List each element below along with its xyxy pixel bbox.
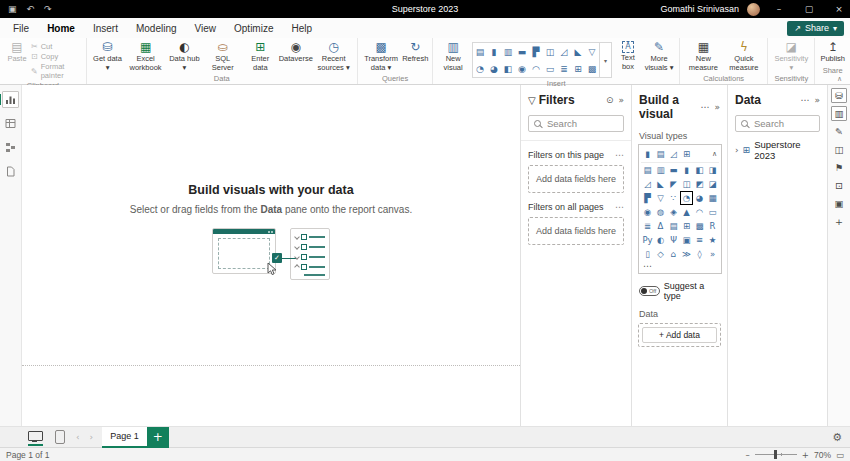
area-type[interactable]: ◣ bbox=[654, 177, 667, 191]
report-canvas[interactable]: Build visuals with your data Select or d… bbox=[22, 85, 520, 426]
slicer-type[interactable]: ▤ bbox=[667, 219, 680, 233]
transform-data-button[interactable]: ▩Transform data ▾ bbox=[361, 40, 401, 73]
scatter-type[interactable]: ∵ bbox=[667, 191, 680, 205]
qa-type[interactable]: ▣ bbox=[680, 233, 693, 247]
add-data-button[interactable]: + Add data bbox=[642, 327, 717, 343]
zoom-slider[interactable] bbox=[755, 454, 797, 455]
clustered-column-type[interactable]: ▮ bbox=[641, 147, 654, 161]
pie-type[interactable]: ◔ bbox=[680, 191, 693, 205]
add-pane-button[interactable]: + bbox=[831, 214, 847, 229]
line-stacked-column-type[interactable]: ◫ bbox=[680, 177, 693, 191]
format-pane-switch[interactable]: ✎ bbox=[831, 124, 847, 139]
line-type[interactable]: ◿ bbox=[667, 147, 680, 161]
table-type[interactable]: ⊞ bbox=[680, 219, 693, 233]
more-options-icon[interactable]: ⋯ bbox=[800, 95, 809, 105]
gauge-type[interactable]: ◠ bbox=[693, 205, 706, 219]
new-visual-button[interactable]: ▥ New visual bbox=[436, 40, 470, 73]
more-options-icon[interactable]: ⋯ bbox=[615, 202, 624, 212]
funnel-visual[interactable]: ▽ bbox=[585, 43, 599, 60]
shape-map-type[interactable]: ◈ bbox=[667, 205, 680, 219]
menu-optimize[interactable]: Optimize bbox=[225, 18, 282, 38]
menu-home[interactable]: Home bbox=[38, 18, 84, 38]
data-pane-switch[interactable]: ⛁ bbox=[831, 88, 847, 103]
table-view-button[interactable] bbox=[2, 115, 19, 132]
more-visual-types-icon[interactable]: ⋯ bbox=[641, 261, 719, 272]
collapse-grid-icon[interactable]: ∧ bbox=[712, 150, 719, 158]
text-box-button[interactable]: AText box bbox=[614, 40, 642, 72]
treemap-visual[interactable]: ◧ bbox=[501, 60, 515, 77]
decomposition-tree-type[interactable]: Ψ bbox=[667, 233, 680, 247]
map-type[interactable]: ◉ bbox=[641, 205, 654, 219]
waterfall-type[interactable]: ▛ bbox=[641, 191, 654, 205]
donut-visual[interactable]: ◕ bbox=[487, 60, 501, 77]
avatar[interactable] bbox=[747, 3, 760, 16]
menu-modeling[interactable]: Modeling bbox=[127, 18, 186, 38]
filters-search-input[interactable] bbox=[528, 115, 624, 132]
table-type[interactable]: ⊞ bbox=[680, 147, 693, 161]
cut-button[interactable]: ✂Cut bbox=[31, 42, 83, 51]
collapse-build-pane-icon[interactable]: » bbox=[714, 102, 720, 112]
quick-measure-button[interactable]: ϟQuick measure bbox=[724, 40, 765, 73]
build-visual-pane-switch[interactable]: ▥ bbox=[831, 106, 847, 121]
clustered-column-visual[interactable]: ▮ bbox=[487, 43, 501, 60]
expand-chevron-icon[interactable]: › bbox=[735, 145, 739, 155]
menu-help[interactable]: Help bbox=[282, 18, 321, 38]
metrics-type[interactable]: ★ bbox=[706, 233, 719, 247]
enter-data-button[interactable]: ⊞Enter data bbox=[243, 40, 279, 73]
share-button[interactable]: ↗ Share ▾ bbox=[787, 21, 844, 36]
collapse-filters-pane-icon[interactable]: » bbox=[618, 95, 624, 105]
close-button[interactable]: × bbox=[828, 4, 850, 14]
redo-icon[interactable]: ↷ bbox=[44, 4, 52, 14]
dax-query-view-button[interactable] bbox=[2, 163, 19, 180]
r-script-type[interactable]: R bbox=[706, 219, 719, 233]
next-page-icon[interactable]: › bbox=[85, 432, 99, 442]
ribbon-chart-type[interactable]: ◪ bbox=[706, 177, 719, 191]
publish-button[interactable]: ↥Publish bbox=[818, 40, 847, 65]
settings-gear-icon[interactable]: ⚙ bbox=[832, 431, 850, 444]
format-painter-button[interactable]: ✎Format painter bbox=[31, 62, 83, 80]
collapse-data-pane-icon[interactable]: » bbox=[814, 95, 820, 105]
azure-map-type[interactable]: ▲ bbox=[680, 205, 693, 219]
treemap-type[interactable]: ▦ bbox=[706, 191, 719, 205]
zoom-slider-thumb[interactable] bbox=[774, 450, 777, 459]
matrix-type[interactable]: ▩ bbox=[693, 219, 706, 233]
bookmarks-pane-switch[interactable]: ⚑ bbox=[831, 160, 847, 175]
zoom-in-button[interactable]: + bbox=[802, 450, 809, 460]
line-type[interactable]: ◿ bbox=[641, 177, 654, 191]
kpi-type[interactable]: Δ bbox=[654, 219, 667, 233]
analytics-pane-switch[interactable]: ◫ bbox=[831, 142, 847, 157]
report-view-button[interactable] bbox=[2, 91, 19, 108]
desktop-view-button[interactable] bbox=[22, 429, 49, 446]
stacked-area-type[interactable]: ◤ bbox=[667, 177, 680, 191]
100-stacked-bar-type[interactable]: ◧ bbox=[693, 163, 706, 177]
stacked-bar-visual[interactable]: ▤ bbox=[473, 43, 487, 60]
mobile-view-icon[interactable] bbox=[55, 430, 65, 444]
100-stacked-column-type[interactable]: ◨ bbox=[706, 163, 719, 177]
map-visual[interactable]: ◉ bbox=[515, 60, 529, 77]
menu-file[interactable]: File bbox=[4, 18, 38, 38]
save-icon[interactable]: ▣ bbox=[8, 4, 17, 14]
prev-page-icon[interactable]: ‹ bbox=[71, 432, 85, 442]
line-visual[interactable]: ◿ bbox=[557, 43, 571, 60]
card-visual[interactable]: ▭ bbox=[543, 60, 557, 77]
zoom-out-button[interactable]: – bbox=[746, 450, 750, 460]
donut-type[interactable]: ◕ bbox=[693, 191, 706, 205]
performance-pane-switch[interactable]: ▣ bbox=[831, 196, 847, 211]
page-tab[interactable]: Page 1 bbox=[102, 427, 147, 448]
selection-pane-switch[interactable]: ⊡ bbox=[831, 178, 847, 193]
stacked-bar-type[interactable]: ▤ bbox=[654, 147, 667, 161]
filter-dropzone[interactable]: Add data fields here bbox=[528, 217, 624, 245]
stacked-column-type[interactable]: ▥ bbox=[654, 163, 667, 177]
key-influencers-type[interactable]: ◐ bbox=[654, 233, 667, 247]
filter-dropzone[interactable]: Add data fields here bbox=[528, 165, 624, 193]
sql-server-button[interactable]: ⛀SQL Server bbox=[203, 40, 243, 73]
minimize-button[interactable]: – bbox=[768, 4, 790, 14]
waterfall-visual[interactable]: ▛ bbox=[529, 43, 543, 60]
multi-row-card-type[interactable]: ≣ bbox=[641, 219, 654, 233]
copy-button[interactable]: ⊡Copy bbox=[31, 52, 83, 61]
eye-icon[interactable]: ⊙ bbox=[606, 95, 614, 105]
power-automate-type[interactable]: ≫ bbox=[680, 247, 693, 261]
collapse-ribbon-icon[interactable]: ∧ bbox=[837, 75, 842, 83]
restore-button[interactable]: ▢ bbox=[798, 4, 820, 14]
arcgis-map-type[interactable]: ◇ bbox=[654, 247, 667, 261]
